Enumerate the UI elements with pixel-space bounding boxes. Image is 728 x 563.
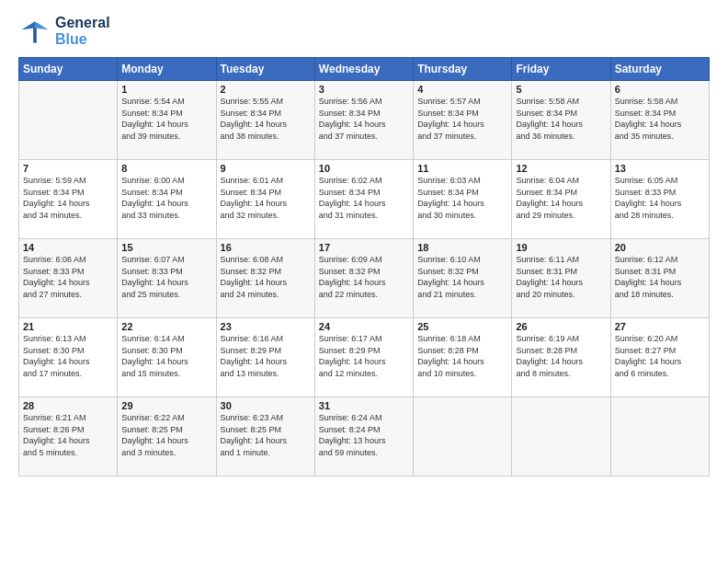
day-number: 29 xyxy=(121,400,211,411)
day-number: 10 xyxy=(319,163,409,174)
cell-content: Sunrise: 6:23 AM Sunset: 8:25 PM Dayligh… xyxy=(221,412,311,458)
day-number: 13 xyxy=(615,163,705,174)
cell-2-1: 7Sunrise: 5:59 AM Sunset: 8:34 PM Daylig… xyxy=(19,160,118,239)
cell-content: Sunrise: 6:22 AM Sunset: 8:25 PM Dayligh… xyxy=(121,412,211,458)
cell-4-3: 23Sunrise: 6:16 AM Sunset: 8:29 PM Dayli… xyxy=(216,318,314,397)
cell-content: Sunrise: 6:14 AM Sunset: 8:30 PM Dayligh… xyxy=(121,333,211,379)
cell-5-1: 28Sunrise: 6:21 AM Sunset: 8:26 PM Dayli… xyxy=(19,397,118,477)
cell-content: Sunrise: 6:16 AM Sunset: 8:29 PM Dayligh… xyxy=(221,333,311,379)
cell-content: Sunrise: 6:05 AM Sunset: 8:33 PM Dayligh… xyxy=(615,175,705,221)
day-number: 22 xyxy=(121,321,211,332)
svg-marker-0 xyxy=(35,21,48,29)
cell-content: Sunrise: 5:59 AM Sunset: 8:34 PM Dayligh… xyxy=(23,175,113,221)
cell-content: Sunrise: 6:10 AM Sunset: 8:32 PM Dayligh… xyxy=(417,254,507,300)
day-number: 1 xyxy=(121,84,211,95)
cell-5-3: 30Sunrise: 6:23 AM Sunset: 8:25 PM Dayli… xyxy=(216,397,314,477)
day-number: 5 xyxy=(516,84,606,95)
cell-2-2: 8Sunrise: 6:00 AM Sunset: 8:34 PM Daylig… xyxy=(118,160,216,239)
day-number: 6 xyxy=(615,84,705,95)
day-number: 14 xyxy=(23,242,113,253)
col-header-tuesday: Tuesday xyxy=(216,58,314,81)
day-number: 21 xyxy=(23,321,113,332)
cell-content: Sunrise: 6:18 AM Sunset: 8:28 PM Dayligh… xyxy=(417,333,507,379)
col-header-thursday: Thursday xyxy=(414,58,512,81)
cell-4-6: 26Sunrise: 6:19 AM Sunset: 8:28 PM Dayli… xyxy=(512,318,610,397)
logo-icon xyxy=(18,15,51,48)
cell-1-7: 6Sunrise: 5:58 AM Sunset: 8:34 PM Daylig… xyxy=(610,81,709,160)
svg-marker-1 xyxy=(22,21,35,29)
col-header-wednesday: Wednesday xyxy=(314,58,413,81)
day-number: 3 xyxy=(319,84,409,95)
cell-2-5: 11Sunrise: 6:03 AM Sunset: 8:34 PM Dayli… xyxy=(414,160,512,239)
calendar-table: SundayMondayTuesdayWednesdayThursdayFrid… xyxy=(18,57,710,477)
cell-content: Sunrise: 6:08 AM Sunset: 8:32 PM Dayligh… xyxy=(221,254,311,300)
cell-content: Sunrise: 6:24 AM Sunset: 8:24 PM Dayligh… xyxy=(319,412,409,458)
cell-content: Sunrise: 6:12 AM Sunset: 8:31 PM Dayligh… xyxy=(615,254,705,300)
logo-text: General Blue xyxy=(55,15,110,48)
col-header-sunday: Sunday xyxy=(19,58,118,81)
day-number: 24 xyxy=(319,321,409,332)
cell-4-4: 24Sunrise: 6:17 AM Sunset: 8:29 PM Dayli… xyxy=(314,318,413,397)
cell-4-1: 21Sunrise: 6:13 AM Sunset: 8:30 PM Dayli… xyxy=(19,318,118,397)
day-number: 20 xyxy=(615,242,705,253)
col-header-monday: Monday xyxy=(118,58,216,81)
day-number: 27 xyxy=(615,321,705,332)
day-number: 7 xyxy=(23,163,113,174)
cell-1-2: 1Sunrise: 5:54 AM Sunset: 8:34 PM Daylig… xyxy=(118,81,216,160)
cell-content: Sunrise: 6:06 AM Sunset: 8:33 PM Dayligh… xyxy=(23,254,113,300)
day-number: 18 xyxy=(417,242,507,253)
cell-content: Sunrise: 6:19 AM Sunset: 8:28 PM Dayligh… xyxy=(516,333,606,379)
cell-2-7: 13Sunrise: 6:05 AM Sunset: 8:33 PM Dayli… xyxy=(610,160,709,239)
cell-2-6: 12Sunrise: 6:04 AM Sunset: 8:34 PM Dayli… xyxy=(512,160,610,239)
day-number: 31 xyxy=(319,400,409,411)
cell-4-5: 25Sunrise: 6:18 AM Sunset: 8:28 PM Dayli… xyxy=(414,318,512,397)
cell-content: Sunrise: 5:56 AM Sunset: 8:34 PM Dayligh… xyxy=(319,96,409,142)
day-number: 26 xyxy=(516,321,606,332)
cell-2-4: 10Sunrise: 6:02 AM Sunset: 8:34 PM Dayli… xyxy=(314,160,413,239)
cell-5-2: 29Sunrise: 6:22 AM Sunset: 8:25 PM Dayli… xyxy=(118,397,216,477)
cell-content: Sunrise: 6:17 AM Sunset: 8:29 PM Dayligh… xyxy=(319,333,409,379)
cell-content: Sunrise: 5:58 AM Sunset: 8:34 PM Dayligh… xyxy=(516,96,606,142)
day-number: 4 xyxy=(417,84,507,95)
cell-1-5: 4Sunrise: 5:57 AM Sunset: 8:34 PM Daylig… xyxy=(414,81,512,160)
cell-3-4: 17Sunrise: 6:09 AM Sunset: 8:32 PM Dayli… xyxy=(314,239,413,318)
cell-3-3: 16Sunrise: 6:08 AM Sunset: 8:32 PM Dayli… xyxy=(216,239,314,318)
cell-2-3: 9Sunrise: 6:01 AM Sunset: 8:34 PM Daylig… xyxy=(216,160,314,239)
col-header-friday: Friday xyxy=(512,58,610,81)
cell-content: Sunrise: 6:20 AM Sunset: 8:27 PM Dayligh… xyxy=(615,333,705,379)
header-row: SundayMondayTuesdayWednesdayThursdayFrid… xyxy=(19,58,710,81)
cell-5-6 xyxy=(512,397,610,477)
cell-content: Sunrise: 6:07 AM Sunset: 8:33 PM Dayligh… xyxy=(121,254,211,300)
day-number: 12 xyxy=(516,163,606,174)
cell-content: Sunrise: 6:11 AM Sunset: 8:31 PM Dayligh… xyxy=(516,254,606,300)
svg-rect-2 xyxy=(33,28,37,42)
day-number: 9 xyxy=(221,163,311,174)
week-row-1: 1Sunrise: 5:54 AM Sunset: 8:34 PM Daylig… xyxy=(19,81,710,160)
cell-content: Sunrise: 5:57 AM Sunset: 8:34 PM Dayligh… xyxy=(417,96,507,142)
week-row-3: 14Sunrise: 6:06 AM Sunset: 8:33 PM Dayli… xyxy=(19,239,710,318)
logo: General Blue xyxy=(18,15,110,48)
day-number: 2 xyxy=(221,84,311,95)
cell-1-3: 2Sunrise: 5:55 AM Sunset: 8:34 PM Daylig… xyxy=(216,81,314,160)
cell-content: Sunrise: 6:13 AM Sunset: 8:30 PM Dayligh… xyxy=(23,333,113,379)
cell-content: Sunrise: 6:04 AM Sunset: 8:34 PM Dayligh… xyxy=(516,175,606,221)
day-number: 15 xyxy=(121,242,211,253)
cell-content: Sunrise: 6:21 AM Sunset: 8:26 PM Dayligh… xyxy=(23,412,113,458)
cell-1-1 xyxy=(19,81,118,160)
day-number: 17 xyxy=(319,242,409,253)
day-number: 25 xyxy=(417,321,507,332)
cell-5-5 xyxy=(414,397,512,477)
day-number: 16 xyxy=(221,242,311,253)
cell-3-5: 18Sunrise: 6:10 AM Sunset: 8:32 PM Dayli… xyxy=(414,239,512,318)
cell-5-4: 31Sunrise: 6:24 AM Sunset: 8:24 PM Dayli… xyxy=(314,397,413,477)
header: General Blue xyxy=(18,15,710,48)
cell-3-7: 20Sunrise: 6:12 AM Sunset: 8:31 PM Dayli… xyxy=(610,239,709,318)
day-number: 8 xyxy=(121,163,211,174)
cell-content: Sunrise: 6:01 AM Sunset: 8:34 PM Dayligh… xyxy=(221,175,311,221)
day-number: 19 xyxy=(516,242,606,253)
page: General Blue SundayMondayTuesdayWednesda… xyxy=(0,0,728,563)
cell-1-6: 5Sunrise: 5:58 AM Sunset: 8:34 PM Daylig… xyxy=(512,81,610,160)
cell-3-2: 15Sunrise: 6:07 AM Sunset: 8:33 PM Dayli… xyxy=(118,239,216,318)
day-number: 28 xyxy=(23,400,113,411)
day-number: 11 xyxy=(417,163,507,174)
